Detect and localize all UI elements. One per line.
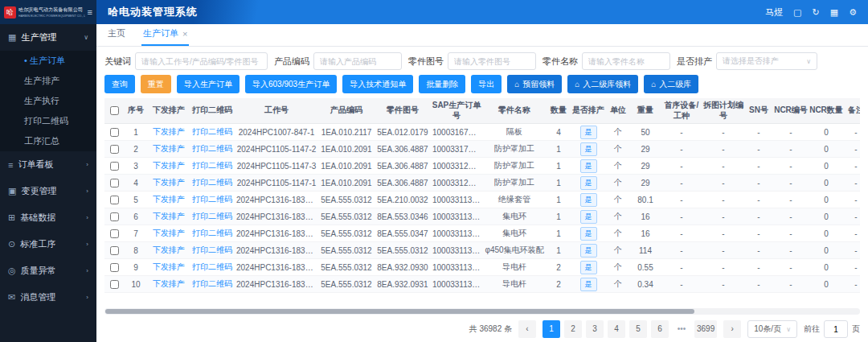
row-checkbox[interactable] bbox=[110, 246, 119, 255]
scheduled-select[interactable]: 请选择是否排产 ∨ bbox=[716, 52, 817, 70]
export-button[interactable]: 导出 bbox=[471, 75, 502, 93]
sidebar-item-message-management[interactable]: ✉消息管理› bbox=[0, 284, 96, 311]
row-checkbox[interactable] bbox=[110, 128, 119, 137]
row-checkbox[interactable] bbox=[110, 179, 119, 187]
prev-page-button[interactable]: ‹ bbox=[518, 320, 536, 338]
cell-print-qrcode-link[interactable]: 打印二维码 bbox=[190, 276, 235, 293]
refresh-icon[interactable]: ↻ bbox=[813, 7, 820, 18]
sidebar-item-standard-process[interactable]: ⊙标准工序› bbox=[0, 231, 96, 258]
row-checkbox[interactable] bbox=[110, 196, 119, 204]
page-button-2[interactable]: 2 bbox=[564, 320, 582, 338]
col-weight: 重量 bbox=[630, 98, 661, 124]
cell-dispatch-link[interactable]: 下发排产 bbox=[148, 259, 190, 276]
batch-delete-button[interactable]: 批量删除 bbox=[419, 75, 465, 93]
table-row: 5下发排产打印二维码2024HPC1316-1833-25EA.555.0312… bbox=[104, 192, 860, 208]
username[interactable]: 马煜 bbox=[765, 6, 783, 19]
query-button[interactable]: 查询 bbox=[104, 75, 135, 93]
keyword-input[interactable] bbox=[135, 52, 268, 70]
row-checkbox[interactable] bbox=[110, 229, 119, 238]
part-name-input[interactable] bbox=[582, 52, 670, 70]
page-button-3699[interactable]: 3699 bbox=[694, 320, 717, 338]
cell-print-qrcode-link[interactable]: 打印二维码 bbox=[190, 208, 235, 225]
cell-print-qrcode-link[interactable]: 打印二维码 bbox=[190, 192, 235, 208]
goto-page-input[interactable] bbox=[824, 320, 848, 338]
cell-job-no: 2024HPC1316-1833-2 bbox=[235, 259, 318, 276]
cell-part-drawing-no: 5EA.306.4887 bbox=[375, 158, 431, 175]
fullscreen-icon[interactable]: ▢ bbox=[793, 7, 801, 18]
page-button-1[interactable]: 1 bbox=[542, 320, 560, 338]
sidebar-subitem-production-execution[interactable]: 生产执行 bbox=[0, 91, 96, 111]
settings-gear-icon[interactable]: ⚙ bbox=[849, 7, 857, 18]
apps-grid-icon[interactable]: ▦ bbox=[830, 7, 838, 18]
cell-product-code: 5EA.555.0312 bbox=[318, 242, 375, 259]
close-tab-icon[interactable]: × bbox=[182, 29, 187, 39]
cell-dispatch-link[interactable]: 下发排产 bbox=[148, 141, 190, 158]
cell-unit: 个 bbox=[606, 158, 630, 175]
import-tech-notice-button[interactable]: 导入技术通知单 bbox=[342, 75, 413, 93]
cell-print-qrcode-link[interactable]: 打印二维码 bbox=[190, 141, 235, 158]
cell-dispatch-link[interactable]: 下发排产 bbox=[148, 175, 190, 192]
sidebar-item-basic-data[interactable]: ⊞基础数据› bbox=[0, 204, 96, 231]
cell-print-qrcode-link[interactable]: 打印二维码 bbox=[190, 259, 235, 276]
table-row: 1下发排产打印二维码2024HPC1007-847-11EA.010.21175… bbox=[104, 124, 860, 141]
cell-print-qrcode-link[interactable]: 打印二维码 bbox=[190, 158, 235, 175]
import-603-903-order-button[interactable]: 导入603/903生产订单 bbox=[245, 75, 337, 93]
cell-print-qrcode-link[interactable]: 打印二维码 bbox=[190, 124, 235, 141]
select-all-checkbox[interactable] bbox=[110, 106, 119, 115]
reserve-material-button-label: 预留领料 bbox=[522, 79, 555, 90]
sidebar-subitem-production-scheduling[interactable]: 生产排产 bbox=[0, 71, 96, 91]
secondary-store-button[interactable]: ⌂入二级库 bbox=[644, 75, 698, 93]
cell-dispatch-link[interactable]: 下发排产 bbox=[148, 276, 190, 293]
secondary-store-button-label: 入二级库 bbox=[659, 79, 691, 90]
row-checkbox[interactable] bbox=[110, 263, 119, 272]
tab-home[interactable]: 主页 bbox=[106, 24, 127, 46]
cell-print-qrcode-link[interactable]: 打印二维码 bbox=[190, 225, 235, 242]
page-button-3[interactable]: 3 bbox=[586, 320, 604, 338]
scheduled-badge: 是 bbox=[580, 126, 597, 139]
part-drawing-no-label: 零件图号 bbox=[408, 56, 444, 68]
cell-drawing-plan-no: - bbox=[702, 192, 744, 208]
page-size-select[interactable]: 10条/页 ∨ bbox=[747, 320, 797, 338]
product-code-input[interactable] bbox=[313, 52, 402, 70]
row-checkbox[interactable] bbox=[110, 162, 119, 171]
cell-dispatch-link[interactable]: 下发排产 bbox=[148, 192, 190, 208]
reset-button[interactable]: 重置 bbox=[141, 75, 171, 93]
cell-dispatch-link[interactable]: 下发排产 bbox=[148, 124, 190, 141]
row-checkbox[interactable] bbox=[110, 280, 119, 289]
cell-seq: 3 bbox=[124, 158, 148, 175]
collapse-menu-icon[interactable]: ≡ bbox=[88, 7, 92, 17]
sidebar-item-production-management[interactable]: ▦生产管理∨ bbox=[0, 24, 96, 51]
sidebar-item-quality-exception[interactable]: ◎质量异常› bbox=[0, 258, 96, 284]
sidebar-item-change-management[interactable]: ▣变更管理› bbox=[0, 178, 96, 204]
page-button-4[interactable]: 4 bbox=[608, 320, 625, 338]
cell-print-qrcode-link[interactable]: 打印二维码 bbox=[190, 175, 235, 192]
page-button-5[interactable]: 5 bbox=[629, 320, 647, 338]
import-production-order-button[interactable]: 导入生产订单 bbox=[177, 75, 240, 93]
part-drawing-no-input[interactable] bbox=[448, 52, 536, 70]
next-page-button[interactable]: › bbox=[723, 320, 741, 338]
cell-dispatch-link[interactable]: 下发排产 bbox=[148, 208, 190, 225]
sidebar-subitem-process-summary[interactable]: 工序汇总 bbox=[0, 131, 96, 151]
chevron-right-icon: › bbox=[86, 241, 88, 248]
sidebar-item-order-board[interactable]: ≡订单看板› bbox=[0, 151, 96, 178]
reserve-material-button[interactable]: ⌂预留领料 bbox=[507, 75, 562, 93]
sidebar-subitem-print-qrcode[interactable]: 打印二维码 bbox=[0, 111, 96, 131]
chevron-right-icon: › bbox=[86, 214, 88, 221]
page-button-6[interactable]: 6 bbox=[651, 320, 669, 338]
cell-part-name: 隔板 bbox=[482, 124, 547, 141]
row-select-cell bbox=[104, 124, 124, 141]
sidebar-subitem-production-order[interactable]: • 生产订单 bbox=[0, 51, 96, 71]
table-row: 7下发排产打印二维码2024HPC1316-1833-25EA.555.0312… bbox=[104, 225, 860, 242]
cell-print-qrcode-link[interactable]: 打印二维码 bbox=[190, 242, 235, 259]
scrollbar-thumb[interactable] bbox=[105, 309, 694, 314]
cell-dispatch-link[interactable]: 下发排产 bbox=[148, 242, 190, 259]
pagination: 共 36982 条 ‹ 123456•••3699 › 10条/页 ∨ 前往 页 bbox=[104, 319, 860, 339]
row-checkbox[interactable] bbox=[110, 212, 119, 221]
cell-drawing-plan-no: - bbox=[702, 124, 744, 141]
row-checkbox[interactable] bbox=[110, 145, 119, 154]
secondary-store-picking-button[interactable]: ⌂入二级库领料 bbox=[567, 75, 638, 93]
horizontal-scrollbar[interactable] bbox=[104, 308, 860, 315]
cell-dispatch-link[interactable]: 下发排产 bbox=[148, 225, 190, 242]
tab-production-order[interactable]: 生产订单× bbox=[141, 24, 189, 46]
cell-dispatch-link[interactable]: 下发排产 bbox=[148, 158, 190, 175]
